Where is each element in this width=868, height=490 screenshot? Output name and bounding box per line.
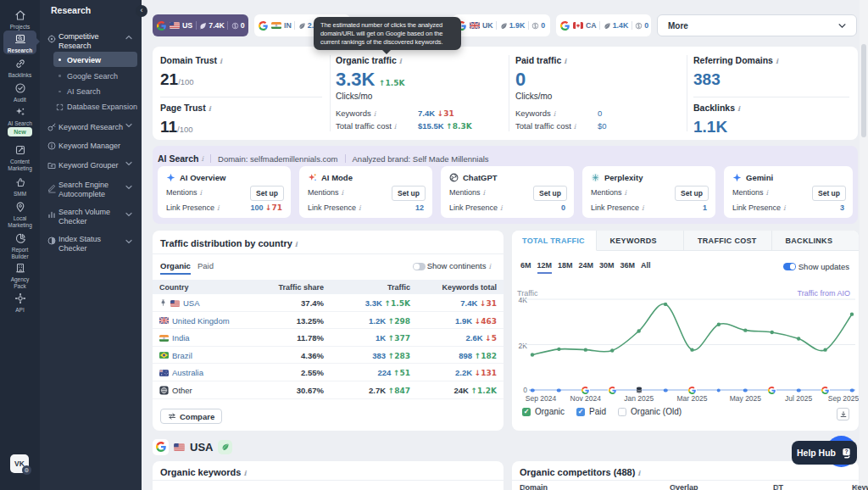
search-volume-icon xyxy=(47,209,56,218)
ai-search-icon xyxy=(14,106,26,118)
domain-trust-value: 21/100 xyxy=(160,70,194,89)
rail-item-local-marketing[interactable]: Local Marketing xyxy=(0,201,40,229)
keyword-research-icon xyxy=(47,123,56,131)
google-search-bullet xyxy=(58,75,61,77)
traffic-distribution-panel: Traffic distribution by countryi Organic… xyxy=(153,231,504,431)
country-row-australia[interactable]: Australia 2.55% 224 ↑51 2.2K ↓131 xyxy=(153,364,504,381)
index-status-icon xyxy=(47,237,56,245)
chevron-down-icon xyxy=(125,123,132,128)
setup-button[interactable]: Set up xyxy=(812,186,846,201)
subnav-item-database-expansion[interactable]: Database Expansion xyxy=(67,103,137,111)
google-icon xyxy=(157,21,166,31)
flag-in-icon xyxy=(159,335,169,342)
traffic-chart-panel: TOTAL TRAFFIC KEYWORDS TRAFFIC COST BACK… xyxy=(512,231,859,431)
rail-item-research[interactable]: Research xyxy=(0,33,40,54)
download-button[interactable] xyxy=(837,408,849,420)
rail-item-backlinks[interactable]: Backlinks xyxy=(0,58,40,79)
help-hub-icon xyxy=(841,447,852,459)
research-subnav: Research Competitive Research Overview G… xyxy=(40,0,142,490)
checkbox-checked-icon: ✓ xyxy=(522,408,531,416)
more-dropdown[interactable]: More xyxy=(657,14,857,36)
google-update-icon xyxy=(688,387,696,394)
organic-keywords-panel: Organic keywordsi xyxy=(153,461,504,490)
keyword-manager-icon xyxy=(47,142,56,150)
download-icon xyxy=(839,410,848,419)
show-continents-toggle[interactable] xyxy=(413,263,426,270)
country-tab-us[interactable]: US 7.4K 0 xyxy=(153,14,248,36)
subnav-item-ai-search[interactable]: AI Search xyxy=(67,87,101,96)
settings-gear-icon[interactable]: ⚙ xyxy=(22,465,31,475)
organic-competitors-title: Organic competitors (488)i xyxy=(520,467,640,477)
rail-item-content-marketing[interactable]: Content Marketing xyxy=(0,144,40,172)
subnav-item-google-search[interactable]: Google Search xyxy=(67,72,118,81)
setup-button[interactable]: Set up xyxy=(675,186,709,201)
database-marker xyxy=(635,387,643,394)
legend-organic-old[interactable]: Organic (Old) xyxy=(618,407,682,416)
scrollbar-thumb[interactable] xyxy=(861,44,866,137)
organic-leaf-badge xyxy=(218,440,232,454)
organic-cost-row: Total traffic costi $15.5K ↑8.3K xyxy=(336,121,503,131)
ai-search-domain: Domain: selfmademillennials.com xyxy=(218,154,338,164)
sidebar-collapse-button[interactable]: ‹ xyxy=(136,5,147,17)
paid-traffic-label: Paid traffici xyxy=(515,55,566,65)
help-hub-button[interactable]: Help Hub xyxy=(792,441,857,465)
rail-item-report-builder[interactable]: Report Builder xyxy=(0,232,40,260)
autocomplete-icon xyxy=(47,183,56,193)
organic-leaf-icon xyxy=(500,22,508,30)
checkbox-unchecked-icon xyxy=(618,408,626,416)
country-tab-ca[interactable]: CA 1.4K 0 xyxy=(556,14,651,36)
compare-button[interactable]: Compare xyxy=(160,409,222,424)
ai-search-bullet xyxy=(58,91,61,93)
country-row-other[interactable]: Other 30.67% 2.7K ↑847 24K ↑1.2K xyxy=(153,381,504,399)
flag-us-icon xyxy=(174,443,185,451)
rail-item-audit[interactable]: Audit xyxy=(0,82,40,103)
rail-item-projects[interactable]: Projects xyxy=(0,9,40,31)
setup-button[interactable]: Set up xyxy=(533,186,567,201)
referring-domains-value: 383 xyxy=(693,70,721,89)
organic-traffic-label: Organic traffici xyxy=(336,55,402,65)
organic-keywords-row: Keywordsi 7.4K ↓31 xyxy=(336,109,503,118)
rail-item-api[interactable]: API xyxy=(0,292,40,314)
pushpin-icon xyxy=(159,299,167,307)
country-row-usa[interactable]: USA 37.4% 3.3K ↑1.5K 7.4K ↓31 xyxy=(153,294,504,312)
country-table-header: Country Traffic share Traffic Keywords t… xyxy=(153,280,504,294)
subnav-title: Research xyxy=(51,5,91,15)
google-marker xyxy=(821,386,830,394)
flag-us-icon xyxy=(170,300,180,307)
country-row-brazil[interactable]: Brazil 4.36% 383 ↑283 898 ↑182 xyxy=(153,347,504,365)
subnav-item-overview[interactable]: Overview xyxy=(67,56,101,64)
checkbox-checked-icon: ✓ xyxy=(576,408,585,416)
page-trust-value: 11/100 xyxy=(160,118,193,136)
country-row-india[interactable]: India 11.78% 1K ↑377 2.6K ↓5 xyxy=(153,329,504,347)
rail-item-ai-search[interactable]: AI Search xyxy=(0,106,40,127)
rail-item-smm[interactable]: SMM xyxy=(0,176,40,198)
tab-paid[interactable]: Paid xyxy=(198,261,214,270)
legend-paid[interactable]: ✓Paid xyxy=(576,407,606,416)
x-axis-labels: Sep 2024 Nov 2024 Jan 2025 Mar 2025 May … xyxy=(512,394,859,404)
rail-item-agency-pack[interactable]: Agency Pack xyxy=(0,262,40,290)
organic-clicks-unit: Clicks/mo xyxy=(336,92,372,101)
region-section-header: USA xyxy=(153,437,232,456)
organic-leaf-icon xyxy=(199,22,207,30)
dot-marker xyxy=(664,388,668,393)
organic-traffic-value: 3.3K ↑1.5K xyxy=(336,69,404,91)
ai-overview-icon xyxy=(166,173,175,182)
organic-leaf-icon xyxy=(604,22,611,30)
setup-button[interactable]: Set up xyxy=(392,186,426,201)
projects-icon xyxy=(14,9,26,21)
legend-organic[interactable]: ✓Organic xyxy=(522,407,565,416)
setup-button[interactable]: Set up xyxy=(250,186,284,201)
flag-au-icon xyxy=(159,370,169,376)
domain-trust-label: Domain Trusti xyxy=(160,55,222,65)
google-marker xyxy=(581,386,590,394)
google-icon xyxy=(560,21,570,31)
flag-uk-icon xyxy=(470,22,480,30)
ai-card-chatgpt: ChatGPT Mentionsi Set up Link Presencei … xyxy=(441,166,574,218)
country-tab-uk[interactable]: UK 1.9K 0 xyxy=(453,14,550,36)
country-row-uk[interactable]: United Kingdom 13.25% 1.2K ↑298 1.9K ↓46… xyxy=(153,312,504,330)
agency-pack-icon xyxy=(14,262,26,274)
chevron-down-icon xyxy=(838,23,846,29)
organic-traffic-tooltip: The estimated number of clicks the analy… xyxy=(314,17,461,50)
tab-organic[interactable]: Organic xyxy=(160,261,191,275)
ai-card-perplexity: Perplexity Mentionsi Set up Link Presenc… xyxy=(582,166,715,218)
